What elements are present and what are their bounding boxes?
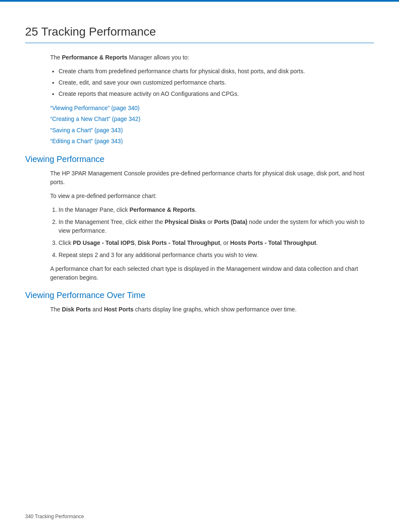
viewing-performance-closing: A performance chart for each selected ch… [50, 265, 374, 282]
step3-bold3: Hosts Ports - Total Throughput [230, 239, 316, 246]
intro-paragraph: The Performance & Reports Manager allows… [50, 53, 374, 62]
step2-bold1: Physical Disks [165, 218, 206, 225]
viewing-performance-para2: To view a pre-defined performance chart: [50, 192, 374, 200]
over-time-bold2: Host Ports [104, 306, 133, 313]
section-viewing-performance: Viewing Performance The HP 3PAR Manageme… [25, 154, 374, 282]
intro-after: Manager allows you to: [129, 54, 189, 61]
viewing-performance-steps: In the Manager Pane, click Performance &… [59, 206, 374, 260]
links-section: “Viewing Performance” (page 340) “Creati… [50, 103, 374, 146]
bullet-list: Create charts from predefined performanc… [59, 67, 374, 98]
footer-text: 340 Tracking Performance [25, 514, 84, 519]
step-2: In the Management Tree, click either the… [59, 218, 374, 235]
over-time-bold1: Disk Ports [62, 306, 91, 313]
viewing-performance-para1: The HP 3PAR Management Console provides … [50, 169, 374, 187]
top-border [0, 0, 399, 2]
section-heading-viewing-performance: Viewing Performance [25, 154, 374, 164]
step-4: Repeat steps 2 and 3 for any additional … [59, 251, 374, 260]
step-1: In the Manager Pane, click Performance &… [59, 206, 374, 214]
step3-bold2: Disk Ports - Total Throughput [138, 239, 220, 246]
bullet-item: Create charts from predefined performanc… [59, 67, 374, 76]
step1-bold: Performance & Reports [130, 206, 195, 213]
link-creating-new-chart[interactable]: “Creating a New Chart” (page 342) [50, 114, 374, 123]
bullet-item: Create reports that measure activity on … [59, 90, 374, 98]
footer: 340 Tracking Performance [25, 514, 84, 519]
viewing-performance-over-time-para: The Disk Ports and Host Ports charts dis… [50, 305, 374, 314]
bullet-item: Create, edit, and save your own customiz… [59, 78, 374, 87]
chapter-title: 25 Tracking Performance [25, 25, 374, 43]
page: 25 Tracking Performance The Performance … [0, 0, 399, 532]
step2-bold2: Ports (Data) [214, 218, 247, 225]
link-editing-chart[interactable]: “Editing a Chart” (page 343) [50, 136, 374, 146]
intro-bold: Performance & Reports [62, 54, 127, 61]
link-viewing-performance[interactable]: “Viewing Performance” (page 340) [50, 103, 374, 113]
section-viewing-performance-over-time: Viewing Performance Over Time The Disk P… [25, 290, 374, 314]
step-3: Click PD Usage - Total IOPS, Disk Ports … [59, 239, 374, 247]
section-heading-viewing-performance-over-time: Viewing Performance Over Time [25, 290, 374, 300]
step3-bold1: PD Usage - Total IOPS [73, 239, 135, 246]
link-saving-chart[interactable]: “Saving a Chart” (page 343) [50, 126, 374, 135]
